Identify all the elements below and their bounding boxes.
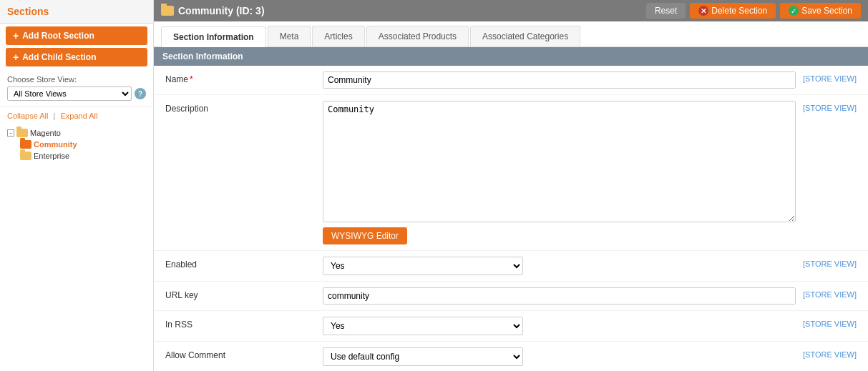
allow-comment-select[interactable]: Use default config Yes No — [323, 347, 523, 366]
topbar-actions: Reset ✕ Delete Section ✓ Save Section — [646, 3, 861, 19]
delete-icon: ✕ — [698, 6, 708, 16]
allow-comment-row: Allow Comment Use default config Yes No … — [154, 342, 868, 371]
store-view-row: All Store Views Default Store View ? — [7, 86, 146, 101]
url-key-control — [323, 287, 796, 305]
description-textarea[interactable] — [323, 101, 796, 222]
name-control — [323, 71, 796, 89]
store-view-info-icon[interactable]: ? — [135, 88, 146, 99]
tree: - Magento Community Enterprise — [0, 124, 153, 164]
tree-item-magento[interactable]: - Magento — [6, 127, 147, 139]
tree-label-enterprise: Enterprise — [34, 152, 69, 160]
tree-toggle-magento[interactable]: - — [7, 129, 14, 137]
wysiwyg-editor-button[interactable]: WYSIWYG Editor — [323, 227, 407, 244]
allow-comment-store-view-tag[interactable]: [STORE VIEW] — [803, 347, 857, 359]
delete-section-button[interactable]: ✕ Delete Section — [690, 3, 776, 19]
in-rss-control: Yes No — [323, 317, 796, 335]
url-key-input[interactable] — [323, 287, 796, 305]
expand-all-link[interactable]: Expand All — [60, 112, 97, 120]
tab-associated-products[interactable]: Associated Products — [366, 26, 469, 46]
folder-icon-enterprise — [20, 152, 31, 160]
topbar-title-area: Community (ID: 3) — [161, 5, 265, 16]
topbar-folder-icon — [161, 6, 174, 16]
tree-label-magento: Magento — [30, 129, 61, 137]
name-label: Name* — [165, 71, 323, 84]
tab-articles[interactable]: Articles — [312, 26, 364, 46]
sidebar-title: Sections — [7, 6, 49, 17]
name-input[interactable] — [323, 71, 796, 89]
section-info-header: Section Information — [154, 47, 868, 66]
store-view-section: Choose Store View: All Store Views Defau… — [0, 69, 153, 107]
save-icon: ✓ — [789, 6, 799, 16]
url-key-store-view-tag[interactable]: [STORE VIEW] — [803, 287, 857, 299]
content-area: Section Information Name* [STORE VIEW] D… — [154, 47, 868, 371]
store-view-select[interactable]: All Store Views Default Store View — [7, 86, 132, 101]
url-key-row: URL key [STORE VIEW] — [154, 282, 868, 311]
allow-comment-label: Allow Comment — [165, 347, 323, 360]
save-section-button[interactable]: ✓ Save Section — [780, 3, 861, 19]
tabs-bar: Section Information Meta Articles Associ… — [154, 21, 868, 47]
tree-item-community[interactable]: Community — [19, 139, 147, 150]
tab-associated-categories[interactable]: Associated Categories — [470, 26, 580, 46]
enabled-select[interactable]: Yes No — [323, 257, 523, 275]
plus-icon: + — [13, 30, 19, 41]
collapse-all-link[interactable]: Collapse All — [7, 112, 48, 120]
in-rss-select[interactable]: Yes No — [323, 317, 523, 335]
add-root-section-button[interactable]: + Add Root Section — [6, 26, 147, 45]
description-label: Description — [165, 101, 323, 114]
sidebar-header: Sections — [0, 0, 153, 24]
allow-comment-control: Use default config Yes No — [323, 347, 796, 366]
in-rss-label: In RSS — [165, 317, 323, 330]
reset-button[interactable]: Reset — [646, 3, 686, 19]
add-child-section-button[interactable]: + Add Child Section — [6, 48, 147, 66]
collapse-expand-row: Collapse All | Expand All — [0, 107, 153, 124]
enabled-control: Yes No — [323, 257, 796, 275]
folder-icon-magento — [16, 129, 28, 137]
sidebar: Sections + Add Root Section + Add Child … — [0, 0, 154, 371]
description-row: Description WYSIWYG Editor [STORE VIEW] — [154, 95, 868, 251]
in-rss-store-view-tag[interactable]: [STORE VIEW] — [803, 317, 857, 328]
enabled-store-view-tag[interactable]: [STORE VIEW] — [803, 257, 857, 268]
topbar: Community (ID: 3) Reset ✕ Delete Section… — [154, 0, 868, 21]
folder-icon-community — [20, 140, 31, 149]
tab-meta[interactable]: Meta — [268, 26, 311, 46]
description-control: WYSIWYG Editor — [323, 101, 796, 244]
main-panel: Community (ID: 3) Reset ✕ Delete Section… — [154, 0, 868, 371]
tree-children: Community Enterprise — [6, 139, 147, 162]
tree-label-community: Community — [34, 140, 77, 149]
in-rss-row: In RSS Yes No [STORE VIEW] — [154, 311, 868, 342]
description-store-view-tag[interactable]: [STORE VIEW] — [803, 101, 857, 112]
tree-item-enterprise[interactable]: Enterprise — [19, 150, 147, 162]
tab-section-information[interactable]: Section Information — [161, 26, 266, 47]
name-row: Name* [STORE VIEW] — [154, 66, 868, 95]
url-key-label: URL key — [165, 287, 323, 300]
store-view-label: Choose Store View: — [7, 75, 146, 84]
plus-icon-2: + — [13, 51, 19, 63]
page-title: Community (ID: 3) — [178, 5, 265, 16]
name-store-view-tag[interactable]: [STORE VIEW] — [803, 71, 857, 83]
enabled-label: Enabled — [165, 257, 323, 269]
enabled-row: Enabled Yes No [STORE VIEW] — [154, 251, 868, 282]
